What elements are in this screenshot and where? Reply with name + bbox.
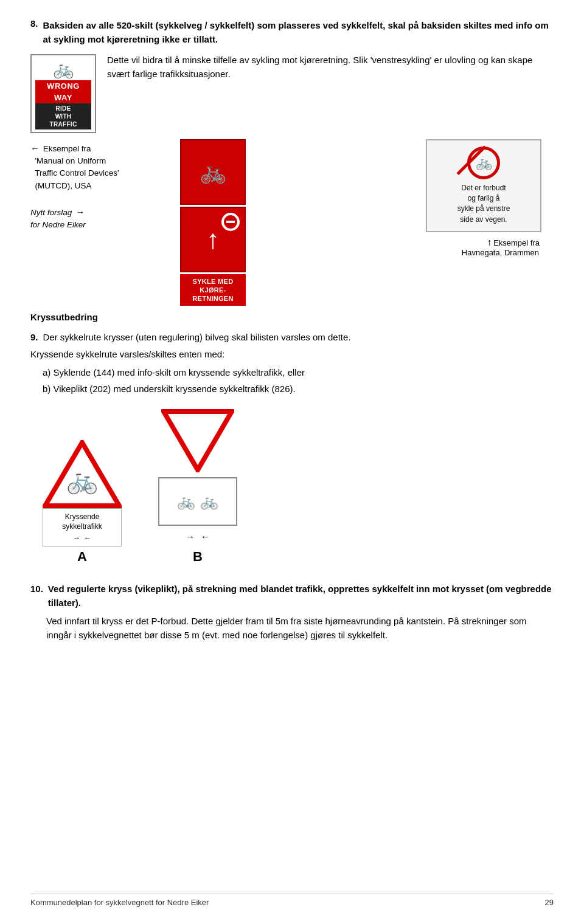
eksempel-line2: 'Manual on Uniform (35, 156, 106, 165)
sykle-sign-bottom: ↑ (180, 207, 246, 272)
havnegata-location-text: Havnegata, Drammen (462, 248, 539, 257)
sykle-arrow-up-icon: ↑ (206, 224, 220, 255)
sykle-bike-icon: 🚲 (200, 159, 227, 185)
wrong-way-label-wrong: WRONG (35, 80, 91, 92)
footer-page-number: 29 (545, 898, 554, 907)
top-content-block: 🚲 WRONG WAY RIDEWITHTRAFFIC Dette vil bi… (30, 53, 554, 133)
wrong-way-sub-text: RIDEWITHTRAFFIC (35, 103, 91, 129)
sign-a-letter: A (77, 549, 87, 565)
vikeplikt-sign (161, 409, 234, 472)
wrong-way-label-way: WAY (35, 92, 91, 103)
section-9-title-text: Der sykkelrute krysser (uten regulering)… (43, 332, 351, 342)
arrow-up-caption-icon: ↑ (487, 237, 492, 248)
sykle-label2: KJØRE- (200, 286, 226, 294)
wrong-way-box: 🚲 WRONG WAY RIDEWITHTRAFFIC (30, 54, 96, 133)
sign-a-block: 🚲 Kryssende sykkeltrafikk → ← A (43, 440, 122, 565)
havnegata-caption: ↑ Eksempel fra (487, 237, 541, 248)
no-entry-circle (221, 213, 240, 231)
nytt-forslag-block: Nytt forslag → for Nedre Eiker (30, 205, 164, 232)
no-entry-bar (226, 221, 235, 223)
mid-area: ← Eksempel fra 'Manual on Uniform Traffi… (30, 139, 554, 306)
kryssutbedring-title: Kryssutbedring (30, 312, 98, 322)
signs-row: 🚲 Kryssende sykkeltrafikk → ← A 🚲 🚲 (30, 409, 554, 565)
havnegata-sign-text: Det er forbudt og farlig å sykle på vens… (433, 183, 534, 226)
sykle-label1: SYKLE MED (193, 278, 234, 285)
list-item-a-text: a) Syklende (144) med info-skilt om krys… (43, 365, 305, 379)
section-10-para2-block: Ved innfart til kryss er det P-forbud. D… (46, 614, 554, 643)
triangle-svg: 🚲 (43, 440, 122, 508)
nytt-forslag-text: Nytt forslag (30, 208, 72, 217)
section-8-para1: Dette vil bidra til å minske tilfelle av… (107, 55, 532, 79)
cyclist-icon-b2: 🚲 (200, 493, 218, 510)
page-footer: Kommunedelplan for sykkelvegnett for Ned… (30, 894, 554, 907)
sign-a-label-box: Kryssende sykkeltrafikk → ← (43, 508, 122, 547)
section-10-heading: 10. Ved regulerte kryss (vikeplikt), på … (30, 582, 554, 610)
section-9-heading: 9. Der sykkelrute krysser (uten reguleri… (30, 332, 554, 342)
no-bike-sign: 🚲 (433, 147, 534, 179)
sign-a-label1: Kryssende (48, 512, 116, 522)
eksempel-line3: Traffic Control Devices' (35, 168, 119, 178)
sign-b-arrows: → ← (186, 531, 210, 542)
section-8-number: 8. (30, 18, 38, 29)
section-10-block: 10. Ved regulerte kryss (vikeplikt), på … (30, 582, 554, 642)
sykle-sign-top: 🚲 (180, 139, 246, 205)
sykle-label-box: SYKLE MED KJØRE- RETNINGEN (180, 274, 246, 306)
section-9-body: Kryssende sykkelrute varsles/skiltes ent… (30, 347, 554, 396)
cyclist-sub-sign-b: 🚲 🚲 (158, 477, 237, 526)
section-10-para2: Ved innfart til kryss er det P-forbud. D… (46, 616, 527, 640)
svg-marker-2 (164, 412, 232, 470)
vikeplikt-svg (161, 409, 234, 472)
arrow-left-b: ← (201, 531, 210, 542)
section-10-number: 10. (30, 582, 43, 610)
havnegata-sign-box: 🚲 Det er forbudt og farlig å sykle på ve… (426, 139, 541, 233)
center-sign-area: 🚲 ↑ SYKLE MED KJØRE- RETNINGEN (164, 139, 262, 306)
sign-text3: sykle på venstre (457, 204, 510, 213)
havnegata-location: Havnegata, Drammen (462, 248, 541, 257)
eksempel-right-line1: Eksempel fra (493, 238, 540, 247)
wrong-way-sign: 🚲 WRONG WAY RIDEWITHTRAFFIC (30, 54, 96, 133)
kryssutbedring-heading: Kryssutbedring (30, 312, 554, 322)
sign-a-arrows: → ← (48, 533, 116, 543)
eksempel-line4: (MUTCD), USA (35, 181, 92, 190)
sign-text1: Det er forbudt (461, 184, 506, 192)
prohibit-circle: 🚲 (467, 147, 500, 179)
section-9-block: 9. Der sykkelrute krysser (uten reguleri… (30, 332, 554, 396)
sign-b-block: 🚲 🚲 → ← B (158, 409, 237, 565)
section-9-intro: Kryssende sykkelrute varsles/skiltes ent… (30, 347, 554, 361)
eksempel-left-block: ← Eksempel fra 'Manual on Uniform Traffi… (30, 139, 164, 232)
section-9-number: 9. (30, 332, 38, 342)
wrong-way-bike-icon: 🚲 (53, 59, 74, 79)
section-8-heading: 8. Baksiden av alle 520-skilt (sykkelveg… (30, 18, 554, 47)
arrow-left-icon: ← (30, 143, 40, 153)
sign-a-label2: sykkeltrafikk (48, 522, 116, 531)
sykle-label3: RETNINGEN (192, 295, 233, 302)
arrow-right-b: → (186, 531, 195, 542)
section-9-item-a: a) Syklende (144) med info-skilt om krys… (43, 365, 554, 379)
sign-text4: side av vegen. (460, 215, 507, 224)
sign-b-letter: B (193, 549, 203, 565)
footer-left-text: Kommunedelplan for sykkelvegnett for Ned… (30, 898, 209, 907)
section-9-item-b: b) Vikeplikt (202) med underskilt krysse… (43, 382, 554, 396)
sign-text2: og farlig å (468, 194, 500, 202)
eksempel-line1: Eksempel fra (43, 144, 91, 153)
arrow-left-a: ← (84, 533, 91, 543)
svg-text:🚲: 🚲 (66, 465, 99, 495)
list-item-b-text: b) Vikeplikt (202) med underskilt krysse… (43, 382, 296, 396)
cyclist-icon-b1: 🚲 (177, 493, 195, 510)
section-8-body: Dette vil bidra til å minske tilfelle av… (107, 53, 554, 81)
eksempel-left-text: ← Eksempel fra 'Manual on Uniform Traffi… (30, 142, 164, 192)
right-sign-area: 🚲 Det er forbudt og farlig å sykle på ve… (262, 139, 554, 258)
arrow-right-a: → (73, 533, 80, 543)
section-8-title: Baksiden av alle 520-skilt (sykkelveg / … (43, 18, 554, 47)
triangle-warning-sign: 🚲 (43, 440, 122, 508)
arrow-right-icon: → (75, 207, 85, 217)
nytt-forslag-sub: for Nedre Eiker (30, 220, 86, 229)
section-10-para1: Ved regulerte kryss (vikeplikt), på stre… (48, 582, 554, 610)
